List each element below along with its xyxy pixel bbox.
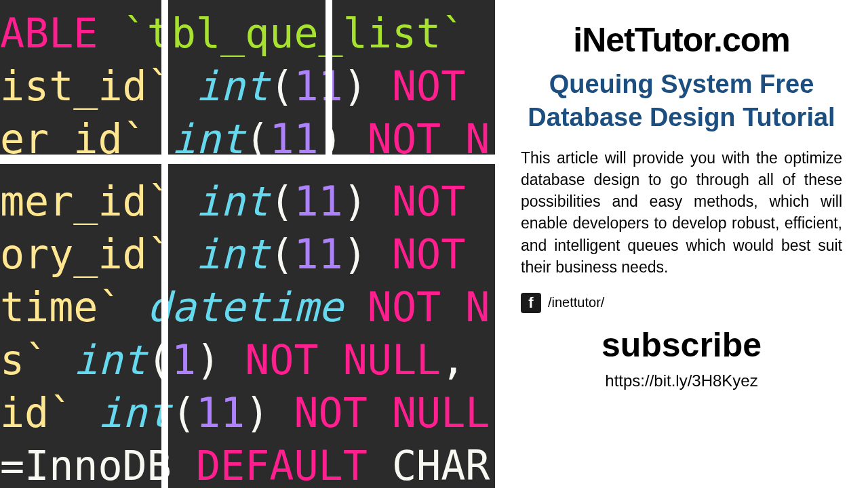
type-int: int — [196, 62, 269, 110]
type-int: int — [73, 336, 146, 384]
facebook-icon[interactable]: f — [521, 293, 541, 313]
col-name: ory_id` — [0, 230, 172, 278]
subscribe-link[interactable]: https://bit.ly/3H8Kyez — [521, 371, 842, 390]
grid-divider-horizontal — [0, 155, 495, 164]
type-int: int — [196, 230, 269, 278]
col-name: s` — [0, 336, 49, 384]
col-name: ist_id` — [0, 62, 172, 110]
keyword-able: ABLE — [0, 9, 123, 57]
info-panel: iNetTutor.com Queuing System Free Databa… — [495, 0, 868, 488]
code-block: ABLE `tbl_que_list` ist_id` int(11) NOT … — [0, 0, 495, 488]
grid-divider-vertical-2 — [326, 0, 332, 157]
code-line-2: ist_id` int(11) NOT — [0, 60, 495, 113]
engine-name: InnoDB — [24, 442, 172, 488]
social-row: f /inettutor/ — [521, 293, 842, 313]
subscribe-label: subscribe — [521, 325, 842, 365]
facebook-handle[interactable]: /inettutor/ — [548, 295, 604, 310]
code-line-4: mer_id` int(11) NOT — [0, 175, 495, 228]
code-line-7: s` int(1) NOT NULL, — [0, 333, 495, 386]
code-line-6: time` datetime NOT N — [0, 281, 495, 333]
type-datetime: datetime — [147, 283, 343, 331]
code-line-8: id` int(11) NOT NULL — [0, 386, 495, 439]
table-name: `tbl_que_list` — [123, 9, 466, 57]
site-title: iNetTutor.com — [521, 20, 842, 60]
col-name: time` — [0, 283, 123, 331]
code-line-9: =InnoDB DEFAULT CHAR — [0, 439, 495, 488]
article-title: Queuing System Free Database Design Tuto… — [521, 68, 842, 135]
col-name: id` — [0, 389, 73, 436]
type-int: int — [196, 178, 269, 225]
article-description: This article will provide you with the o… — [521, 147, 842, 278]
code-line-1: ABLE `tbl_que_list` — [0, 7, 495, 60]
grid-divider-vertical-1 — [161, 0, 168, 488]
col-name: mer_id` — [0, 178, 172, 225]
type-int: int — [98, 389, 172, 436]
code-line-5: ory_id` int(11) NOT — [0, 228, 495, 281]
code-screenshot-panel: ABLE `tbl_que_list` ist_id` int(11) NOT … — [0, 0, 495, 488]
